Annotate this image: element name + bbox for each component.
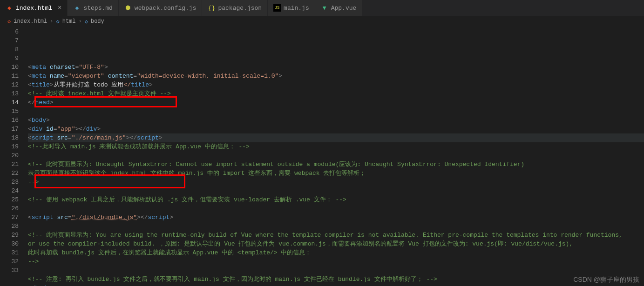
tab-overflow[interactable] bbox=[362, 0, 375, 16]
breadcrumb: ◇ index.html › ◇ html › ◇ body bbox=[0, 16, 644, 27]
tab-app-vue[interactable]: ▼ App.vue bbox=[315, 0, 363, 16]
tab-label: webpack.config.js bbox=[135, 5, 197, 12]
tab-label: index.html bbox=[16, 5, 52, 12]
line-gutter: 6789101112131415161718192021222324252627… bbox=[0, 27, 28, 286]
tab-index-html[interactable]: ◆ index.html × bbox=[0, 0, 68, 16]
breadcrumb-item[interactable]: body bbox=[91, 18, 104, 25]
chevron-right-icon: › bbox=[50, 18, 53, 25]
js-icon: JS bbox=[273, 4, 281, 12]
html5-icon: ◆ bbox=[6, 4, 13, 12]
tab-webpack-config[interactable]: ⬢ webpack.config.js bbox=[119, 0, 203, 16]
watermark: CSDN @狮子座的男孩 bbox=[573, 276, 639, 284]
vue-icon: ▼ bbox=[321, 4, 328, 12]
breadcrumb-item[interactable]: index.html bbox=[14, 18, 47, 25]
markdown-icon: ◆ bbox=[73, 4, 81, 12]
js-icon: ⬢ bbox=[124, 4, 132, 12]
tab-steps-md[interactable]: ◆ steps.md bbox=[68, 0, 118, 16]
code-editor[interactable]: 6789101112131415161718192021222324252627… bbox=[0, 27, 644, 286]
tab-label: package.json bbox=[218, 5, 262, 12]
tag-icon: ◇ bbox=[85, 18, 88, 25]
tab-package-json[interactable]: {} package.json bbox=[202, 0, 268, 16]
tab-label: main.js bbox=[284, 5, 309, 12]
json-icon: {} bbox=[208, 4, 215, 12]
breadcrumb-item[interactable]: html bbox=[62, 18, 76, 25]
close-icon[interactable]: × bbox=[58, 4, 61, 12]
tab-label: steps.md bbox=[83, 5, 112, 12]
code-area[interactable]: <meta charset="UTF-8"> <meta name="viewp… bbox=[28, 27, 644, 286]
chevron-right-icon: › bbox=[79, 18, 82, 25]
tag-icon: ◇ bbox=[56, 18, 59, 25]
tab-main-js[interactable]: JS main.js bbox=[268, 0, 315, 16]
tab-bar: ◆ index.html × ◆ steps.md ⬢ webpack.conf… bbox=[0, 0, 644, 16]
html5-icon: ◇ bbox=[7, 18, 11, 25]
tab-label: App.vue bbox=[331, 5, 357, 12]
